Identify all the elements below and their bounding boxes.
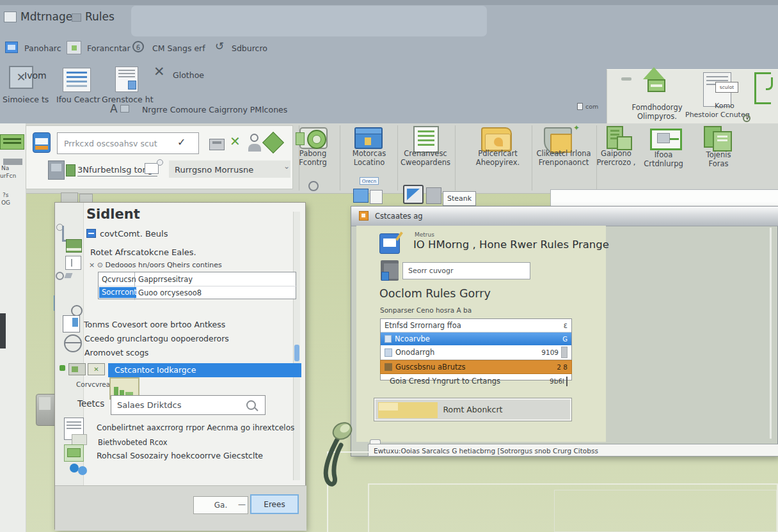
row-scroll-block: [561, 347, 568, 358]
outline-frame-inner: [554, 490, 777, 532]
binoculars-icon: [70, 464, 79, 473]
manager-search-input[interactable]: Seorr cuvogr: [402, 262, 530, 279]
export-box-icon: [647, 79, 665, 92]
steank-button[interactable]: Steank: [443, 191, 476, 206]
small-dash: [621, 77, 631, 81]
table-r1c2: Gapprrsesitray: [138, 275, 193, 284]
green-card-icon: [64, 444, 84, 462]
window-icon[interactable]: [354, 127, 383, 149]
wizard-selected-row[interactable]: Cstcantoc Iodkargce: [108, 363, 301, 377]
wizard-item-6[interactable]: Aromovet scogs: [84, 348, 148, 357]
ribbon: Mdtrnage Rules Panoharc Forancntar 6 CM …: [0, 0, 778, 124]
condition-table[interactable]: Qcvrucsn Gapprrsesitray Socrrcont Guoo o…: [98, 272, 296, 299]
plus-circle-icon: [743, 114, 750, 122]
manager-titlebar[interactable]: Cstcaates ag: [351, 207, 778, 226]
green-dot-icon: [60, 365, 65, 371]
wizard-item-4[interactable]: Tonms Covesort oore brtoo Antkess: [84, 320, 225, 329]
printer-icon[interactable]: [209, 139, 225, 150]
tab-rules[interactable]: Rules: [85, 10, 115, 23]
app-icon[interactable]: [4, 12, 17, 22]
mini-window-icon: [353, 189, 369, 203]
mail-app-icon: [33, 132, 51, 153]
blue-grid-icon: [86, 229, 96, 238]
person-icon[interactable]: [250, 134, 258, 142]
wizard-item-5[interactable]: Cceedo grunclartogu oopoeroderors: [84, 334, 229, 343]
rule-row[interactable]: Onodarrgh 9109: [381, 345, 571, 360]
book-icon: [66, 239, 82, 253]
thumb-icon-2: [88, 363, 105, 375]
wizard-button-bar: Ga. — Erees: [55, 485, 306, 531]
camera-icon[interactable]: [299, 127, 328, 149]
envelope-open-icon[interactable]: [650, 129, 682, 150]
quick-item-4[interactable]: Sdburcro: [232, 43, 267, 53]
green-book-icon: [66, 164, 75, 176]
list-view-icon[interactable]: [63, 68, 91, 92]
table-r2c1[interactable]: Socrrcont: [99, 287, 136, 298]
section-title: Ooclom Rules Gorry: [379, 287, 491, 300]
font-grid-icon: [120, 105, 129, 113]
envelope-small-icon: [145, 163, 159, 174]
circle-d-icon: [157, 159, 163, 166]
folders-front-icon: [713, 131, 732, 152]
export-up-arrow-icon[interactable]: [643, 67, 665, 79]
teetcs-input[interactable]: Salaes Driktdcs: [111, 395, 266, 415]
rule-row-selected[interactable]: Ncoarvbe G: [381, 332, 571, 345]
com-label: com: [585, 103, 598, 110]
tab-mdtrnage[interactable]: Mdtrnage: [20, 10, 72, 23]
green-x-icon[interactable]: [230, 134, 241, 149]
wizard-scroll-thumb[interactable]: [294, 345, 299, 361]
strip-text-2: urFcn: [0, 173, 16, 179]
strip-text-1: Na: [1, 165, 9, 171]
table-r2c2: Guoo orcysesoo8: [138, 288, 202, 297]
rules-quick-icon[interactable]: [67, 41, 81, 54]
close-x-icon[interactable]: [154, 64, 165, 79]
folder-contact-icon[interactable]: [481, 127, 512, 152]
manager-window: Cstcaates ag Metrus IO HMorng , Hone Rwe…: [351, 206, 778, 457]
teetcs-label: Teetcs: [77, 398, 104, 409]
mail-quick-icon[interactable]: [5, 42, 18, 53]
quick-item-1[interactable]: Panoharc: [24, 43, 61, 53]
grad-hat-icon[interactable]: [262, 132, 284, 153]
toolbar-link-2[interactable]: Rurrgsno Morrusne: [175, 165, 253, 175]
wizard-item-2[interactable]: Rotet Afrscatokcne Eales.: [90, 247, 196, 257]
undo-icon[interactable]: [215, 40, 224, 52]
wizard-title: Sidlent: [86, 207, 140, 222]
monitor-swoosh-icon: [403, 185, 424, 204]
mini-page-icon: [370, 190, 383, 204]
quick-item-2[interactable]: Forancntar: [87, 43, 131, 53]
sync-circle-icon[interactable]: 6: [132, 41, 144, 52]
komo-label: Komo: [715, 102, 734, 110]
wizard-item-7[interactable]: Conbelirtnet aaxcrrorg rrpor Aecnma go i…: [97, 423, 294, 432]
lock-folder-icon: [381, 260, 399, 281]
table-r1c1: Qcvrucsn: [102, 275, 136, 284]
page-icon: [577, 103, 583, 110]
document-rules-icon[interactable]: [115, 66, 138, 92]
gray-bar: [3, 159, 22, 165]
titlebar-app-icon: [359, 211, 369, 221]
section-sub: Sonparser Ceno hosra A ba: [380, 306, 472, 314]
wizard-item-1[interactable]: covtComt. Beuls: [100, 229, 168, 239]
group-label-glothoe: Glothoe: [173, 70, 204, 80]
quick-item-3[interactable]: CM Sangs erf: [152, 43, 205, 53]
wizard-item-9[interactable]: Rohcsal Sosozairy hoekcoorrve Giecstclte: [97, 451, 263, 460]
manager-scroll-line: [770, 228, 772, 439]
group-label-simoiece: Simoiece ts: [3, 95, 49, 104]
checkmark-icon[interactable]: [177, 136, 186, 148]
wizard-item-3[interactable]: × ⊙ Dedooos hn/oors Qheirs contines: [89, 261, 222, 269]
rule-row-flagged[interactable]: Guscsbsnu aBrutzs 2 8: [380, 360, 572, 374]
chevron-down-icon[interactable]: [283, 162, 290, 171]
thumb-icon-1: [68, 363, 86, 375]
gear-icon: [56, 272, 64, 280]
wizard-item-8[interactable]: Biethvobeted Rcox: [98, 438, 168, 447]
font-A-icon[interactable]: [110, 102, 118, 115]
rule-row[interactable]: Goia Cresd Yngrurt to Crtangs 9b6l: [381, 374, 571, 388]
rules-list-header[interactable]: Etnfsd Srrornarg ffoa ε: [381, 319, 571, 332]
group-label-nrgrre: Nrgrre Comoure Caigrrony PMlcones: [142, 105, 287, 114]
rules-grid-icon: [72, 13, 81, 22]
button-dash: —: [238, 500, 246, 509]
white-top-strip: [550, 189, 778, 207]
manager-action-button[interactable]: Romt Abonkcrt: [374, 398, 572, 421]
screenshot-root: { "colors": { "selection_blue": "#2f86e0…: [0, 0, 778, 532]
caption-tojenis: TojenisForas: [688, 150, 749, 168]
status-text: Ewtuxu:Ooias Sarcalcs G hetiacbrng [Sotr…: [374, 447, 778, 455]
